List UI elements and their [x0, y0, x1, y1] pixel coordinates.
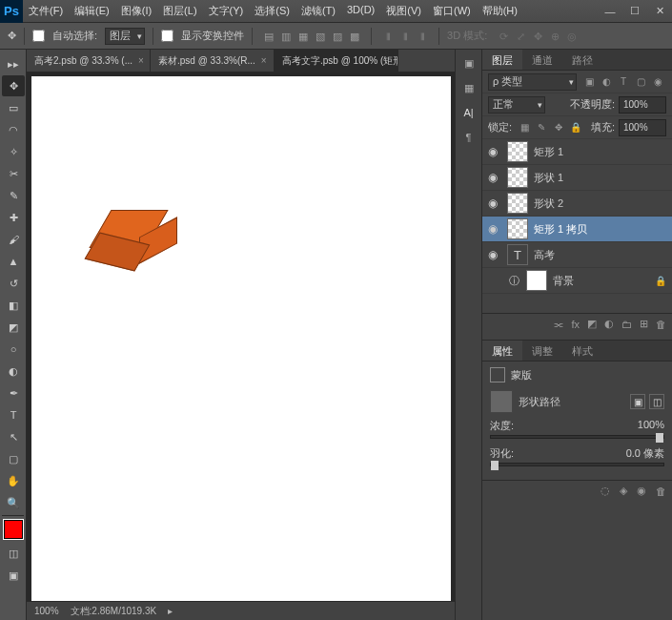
canvas[interactable]: [31, 76, 451, 601]
color-swatch[interactable]: [4, 520, 23, 539]
menu-filter[interactable]: 滤镜(T): [295, 4, 341, 18]
tab-layers[interactable]: 图层: [482, 50, 522, 70]
layer-item[interactable]: ◉T高考: [482, 242, 672, 268]
opacity-field[interactable]: 100%: [619, 96, 666, 114]
character-icon[interactable]: A|: [459, 103, 479, 122]
paragraph-icon[interactable]: ¶: [459, 128, 479, 147]
load-selection-icon[interactable]: ◌: [601, 485, 610, 497]
swatches-icon[interactable]: ▦: [459, 78, 479, 97]
auto-select-checkbox[interactable]: [32, 30, 45, 42]
menu-edit[interactable]: 编辑(E): [69, 4, 115, 18]
tab-0[interactable]: 高考2.psb @ 33.3% (...×: [27, 50, 151, 72]
maximize-button[interactable]: ☐: [622, 0, 647, 23]
move-tool[interactable]: ✥: [2, 75, 25, 96]
vector-mask-button[interactable]: ◫: [649, 394, 664, 409]
fill-field[interactable]: 100%: [619, 119, 666, 136]
layer-item[interactable]: ◉ⓘ背景🔒: [482, 268, 672, 294]
visibility-icon[interactable]: ◉: [488, 248, 501, 261]
canvas-area[interactable]: [27, 72, 455, 601]
menu-layer[interactable]: 图层(L): [157, 4, 202, 18]
arrange-icon[interactable]: ▸▸: [2, 53, 25, 74]
menu-select[interactable]: 选择(S): [249, 4, 295, 18]
layer-kind-dropdown[interactable]: ρ 类型: [488, 73, 577, 91]
feather-slider[interactable]: [490, 463, 664, 466]
type-tool[interactable]: T: [2, 404, 25, 425]
path-select-tool[interactable]: ↖: [2, 426, 25, 447]
folder-icon[interactable]: 🗀: [621, 319, 632, 330]
menu-type[interactable]: 文字(Y): [203, 4, 250, 18]
history-icon[interactable]: ▣: [459, 53, 479, 72]
show-transform-checkbox[interactable]: [161, 30, 173, 42]
fx-icon[interactable]: fx: [571, 319, 580, 330]
quickmask-toggle[interactable]: ◫: [2, 543, 25, 564]
layer-item[interactable]: ◉矩形 1 拷贝: [482, 217, 672, 242]
lasso-tool[interactable]: ◠: [2, 119, 25, 140]
zoom-level[interactable]: 100%: [34, 606, 59, 616]
history-brush-tool[interactable]: ↺: [2, 273, 25, 294]
tab-adjustments[interactable]: 调整: [522, 341, 562, 361]
zoom-tool[interactable]: 🔍: [2, 492, 25, 513]
density-field[interactable]: 100%: [619, 419, 664, 433]
brush-tool[interactable]: 🖌: [2, 229, 25, 250]
feather-label: 羽化:: [490, 446, 514, 461]
marquee-tool[interactable]: ▭: [2, 97, 25, 118]
visibility-icon[interactable]: ◉: [488, 171, 501, 184]
mask-title: 蒙版: [511, 368, 532, 382]
close-icon[interactable]: ×: [138, 55, 144, 66]
hand-tool[interactable]: ✋: [2, 470, 25, 491]
chevron-right-icon[interactable]: ▸: [168, 606, 173, 616]
pen-tool[interactable]: ✒: [2, 382, 25, 403]
auto-select-dropdown[interactable]: 图层: [105, 28, 145, 45]
heal-tool[interactable]: ✚: [2, 207, 25, 228]
density-slider[interactable]: [490, 435, 664, 439]
disable-mask-icon[interactable]: ◉: [637, 485, 646, 497]
tab-2[interactable]: 高考文字.psb @ 100% (矩形 1 拷贝, RGB/8#) *×: [275, 50, 398, 72]
visibility-icon[interactable]: ◉: [488, 222, 501, 236]
document-tabs: 高考2.psb @ 33.3% (...× 素材.psd @ 33.3%(R..…: [27, 50, 455, 72]
menu-image[interactable]: 图像(I): [115, 4, 157, 18]
stamp-tool[interactable]: ▲: [2, 251, 25, 272]
dodge-tool[interactable]: ◐: [2, 361, 25, 382]
layer-item[interactable]: ◉矩形 1: [482, 139, 672, 165]
menu-help[interactable]: 帮助(H): [477, 4, 523, 18]
layer-filter-icons[interactable]: ▣◐T▢◉: [580, 73, 666, 91]
trash-icon[interactable]: 🗑: [656, 319, 666, 330]
screenmode-toggle[interactable]: ▣: [2, 565, 25, 586]
link-icon[interactable]: ⫘: [553, 319, 563, 330]
crop-tool[interactable]: ✂: [2, 163, 25, 184]
menu-view[interactable]: 视图(V): [380, 4, 427, 18]
tab-properties[interactable]: 属性: [482, 341, 522, 361]
trash-icon[interactable]: 🗑: [656, 486, 666, 497]
menu-3d[interactable]: 3D(D): [341, 4, 380, 18]
tab-styles[interactable]: 样式: [562, 341, 602, 361]
layer-item[interactable]: ◉形状 1: [482, 165, 672, 191]
distribute-icons[interactable]: ⫴⫴⫴: [379, 28, 431, 45]
mask-icon[interactable]: ◩: [587, 318, 597, 330]
shape-tool[interactable]: ▢: [2, 448, 25, 469]
tab-1[interactable]: 素材.psd @ 33.3%(R...×: [151, 50, 275, 72]
blur-tool[interactable]: ○: [2, 339, 25, 360]
eraser-tool[interactable]: ◧: [2, 295, 25, 316]
visibility-icon[interactable]: ◉: [488, 145, 501, 158]
apply-mask-icon[interactable]: ◈: [620, 485, 627, 497]
pixel-mask-button[interactable]: ▣: [630, 394, 645, 409]
layer-item[interactable]: ◉形状 2: [482, 191, 672, 217]
align-icons[interactable]: ▤▥▦▧▨▩: [260, 28, 363, 45]
adjustment-icon[interactable]: ◐: [604, 318, 614, 330]
close-button[interactable]: ✕: [647, 0, 672, 23]
wand-tool[interactable]: ✧: [2, 141, 25, 162]
visibility-icon[interactable]: ◉: [488, 196, 501, 210]
new-layer-icon[interactable]: ⊞: [640, 318, 648, 330]
menu-file[interactable]: 文件(F): [23, 4, 69, 18]
feather-field[interactable]: 0.0 像素: [611, 446, 664, 461]
blend-mode-dropdown[interactable]: 正常: [488, 96, 545, 114]
lock-icons[interactable]: ▦✎✥🔒: [516, 119, 584, 136]
gradient-tool[interactable]: ◩: [2, 317, 25, 338]
tab-paths[interactable]: 路径: [562, 50, 602, 70]
menu-window[interactable]: 窗口(W): [427, 4, 477, 18]
minimize-button[interactable]: —: [598, 0, 622, 23]
info-icon[interactable]: ⓘ: [507, 274, 520, 288]
eyedropper-tool[interactable]: ✎: [2, 185, 25, 206]
tab-channels[interactable]: 通道: [522, 50, 562, 70]
close-icon[interactable]: ×: [261, 55, 267, 66]
